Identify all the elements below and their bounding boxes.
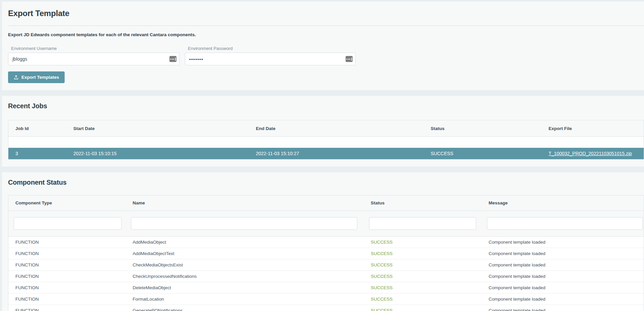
- component-type-cell: FUNCTION: [15, 308, 133, 311]
- end-date-cell: 2022-11-03 15:10:27: [256, 151, 431, 156]
- component-name-cell: CheckMediaObjectsExist: [133, 262, 371, 267]
- page-title: Export Template: [8, 8, 644, 19]
- column-header-end-date[interactable]: End Date: [256, 126, 431, 131]
- component-type-filter-input[interactable]: [14, 217, 122, 230]
- component-row[interactable]: FUNCTION AddMediaObjectText SUCCESS Comp…: [8, 248, 644, 259]
- export-file-link[interactable]: T_100032_PROD_20221103051015.zip: [549, 151, 632, 156]
- column-header-export-file[interactable]: Export File: [549, 126, 644, 131]
- message-filter-input[interactable]: [487, 217, 643, 230]
- export-description: Export JD Edwards component templates fo…: [8, 32, 644, 37]
- export-templates-button[interactable]: Export Templates: [8, 71, 65, 83]
- component-row[interactable]: FUNCTION AddMediaObject SUCCESS Componen…: [8, 237, 644, 248]
- component-name-cell: DeleteMediaObject: [133, 285, 371, 290]
- component-message-cell: Component template loaded: [489, 285, 644, 290]
- component-status-body: FUNCTION AddMediaObject SUCCESS Componen…: [8, 237, 644, 311]
- component-status-filter-row: [8, 211, 644, 237]
- component-type-cell: FUNCTION: [15, 240, 133, 245]
- component-type-cell: FUNCTION: [15, 274, 133, 279]
- export-template-card: Export Template Export JD Edwards compon…: [2, 2, 644, 90]
- component-message-cell: Component template loaded: [489, 262, 644, 267]
- column-header-job-id[interactable]: Job Id: [15, 126, 73, 131]
- component-status-cell: SUCCESS: [371, 251, 489, 256]
- component-status-table: Component Type Name Status Message FUNCT…: [8, 195, 644, 311]
- username-label: Environment Username: [11, 46, 180, 51]
- job-id-cell: 3: [15, 151, 73, 156]
- job-status-cell: SUCCESS: [431, 151, 549, 156]
- component-status-cell: SUCCESS: [371, 297, 489, 302]
- column-header-status[interactable]: Status: [431, 126, 549, 131]
- component-message-cell: Component template loaded: [489, 251, 644, 256]
- recent-jobs-table: Job Id Start Date End Date Status Export…: [8, 120, 644, 160]
- recent-jobs-header-row: Job Id Start Date End Date Status Export…: [8, 120, 644, 137]
- recent-jobs-title: Recent Jobs: [8, 101, 644, 111]
- component-type-cell: FUNCTION: [15, 297, 133, 302]
- export-templates-button-label: Export Templates: [21, 75, 59, 80]
- component-row[interactable]: FUNCTION GeneratePONotifications SUCCESS…: [8, 305, 644, 311]
- component-status-cell: SUCCESS: [371, 274, 489, 279]
- recent-jobs-empty-row: [8, 137, 644, 148]
- component-name-cell: AddMediaObject: [133, 240, 371, 245]
- component-status-cell: SUCCESS: [371, 240, 489, 245]
- column-header-name[interactable]: Name: [133, 200, 371, 205]
- component-status-title: Component Status: [8, 178, 644, 187]
- component-message-cell: Component template loaded: [489, 297, 644, 302]
- autofill-icon[interactable]: [169, 56, 176, 62]
- component-status-cell: SUCCESS: [371, 308, 489, 311]
- component-status-cell: SUCCESS: [371, 285, 489, 290]
- password-label: Environment Password: [188, 46, 356, 51]
- column-header-status[interactable]: Status: [371, 200, 489, 205]
- component-status-card: Component Status Component Type Name Sta…: [2, 172, 644, 311]
- recent-jobs-card: Recent Jobs Job Id Start Date End Date S…: [2, 96, 644, 167]
- component-row[interactable]: FUNCTION CheckMediaObjectsExist SUCCESS …: [8, 259, 644, 271]
- component-message-cell: Component template loaded: [489, 274, 644, 279]
- component-name-cell: GeneratePONotifications: [133, 308, 371, 311]
- component-name-cell: FormatLocation: [133, 297, 371, 302]
- column-header-message[interactable]: Message: [489, 200, 644, 205]
- column-header-component-type[interactable]: Component Type: [15, 200, 133, 205]
- upload-icon: [14, 75, 18, 80]
- username-input[interactable]: [8, 53, 180, 65]
- name-filter-input[interactable]: [131, 217, 357, 230]
- divider: [8, 25, 644, 26]
- component-type-cell: FUNCTION: [15, 251, 133, 256]
- component-row[interactable]: FUNCTION FormatLocation SUCCESS Componen…: [8, 294, 644, 305]
- password-field-group: Environment Password: [185, 46, 356, 65]
- credentials-form: Environment Username Environment Passwor…: [8, 46, 644, 65]
- component-type-cell: FUNCTION: [15, 262, 133, 267]
- component-type-cell: FUNCTION: [15, 285, 133, 290]
- job-row[interactable]: 3 2022-11-03 15:10:15 2022-11-03 15:10:2…: [8, 148, 644, 159]
- component-row[interactable]: FUNCTION CheckUnprocessedNotifications S…: [8, 271, 644, 282]
- component-message-cell: Component template loaded: [489, 240, 644, 245]
- component-row[interactable]: FUNCTION DeleteMediaObject SUCCESS Compo…: [8, 282, 644, 294]
- recent-jobs-body: 3 2022-11-03 15:10:15 2022-11-03 15:10:2…: [8, 148, 644, 159]
- component-status-cell: SUCCESS: [371, 262, 489, 267]
- component-name-cell: AddMediaObjectText: [133, 251, 371, 256]
- autofill-icon[interactable]: [346, 56, 353, 62]
- password-input[interactable]: [185, 53, 356, 65]
- start-date-cell: 2022-11-03 15:10:15: [73, 151, 256, 156]
- component-status-header-row: Component Type Name Status Message: [8, 195, 644, 211]
- column-header-start-date[interactable]: Start Date: [73, 126, 256, 131]
- component-message-cell: Component template loaded: [489, 308, 644, 311]
- component-name-cell: CheckUnprocessedNotifications: [133, 274, 371, 279]
- username-field-group: Environment Username: [8, 46, 180, 65]
- status-filter-input[interactable]: [369, 217, 476, 230]
